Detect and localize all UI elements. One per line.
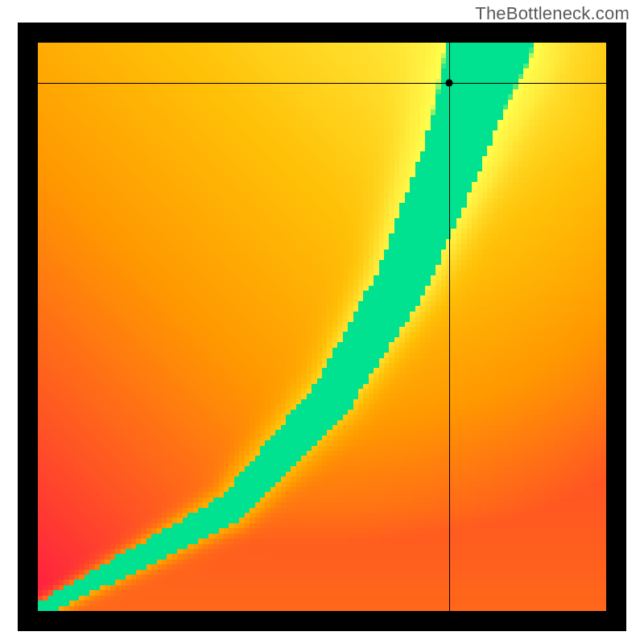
plot-area <box>38 43 606 611</box>
watermark-text: TheBottleneck.com <box>475 3 630 24</box>
heatmap-canvas <box>38 43 606 611</box>
plot-border <box>18 23 626 631</box>
